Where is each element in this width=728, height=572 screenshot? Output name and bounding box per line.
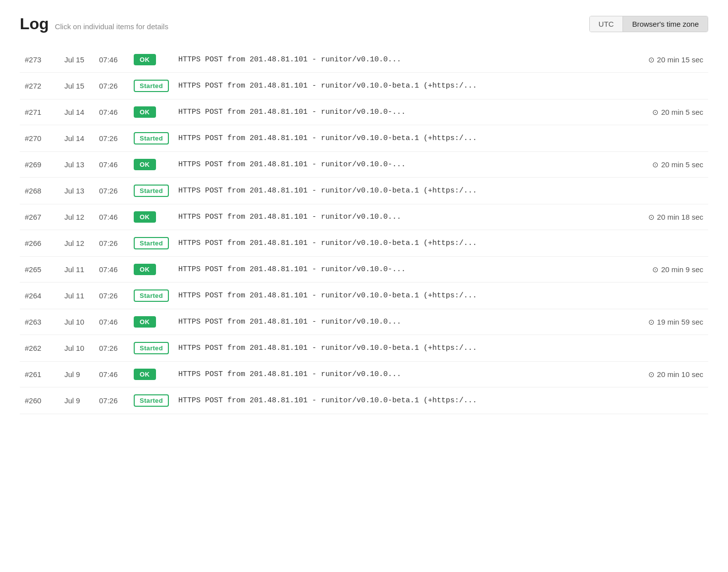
row-date: Jul 11: [64, 265, 99, 274]
row-id: #261: [25, 370, 64, 379]
table-row[interactable]: #267Jul 1207:46OKHTTPS POST from 201.48.…: [20, 204, 708, 230]
row-id: #267: [25, 213, 64, 221]
status-badge: OK: [134, 159, 156, 170]
row-id: #273: [25, 55, 64, 64]
row-time: 07:26: [99, 82, 134, 90]
table-row[interactable]: #269Jul 1307:46OKHTTPS POST from 201.48.…: [20, 152, 708, 178]
page: Log Click on individual items for detail…: [0, 0, 728, 429]
row-date: Jul 10: [64, 318, 99, 326]
row-date: Jul 15: [64, 55, 99, 64]
row-status-col: Started: [134, 185, 178, 197]
row-status-col: OK: [134, 264, 178, 275]
browser-timezone-button[interactable]: Browser's time zone: [623, 16, 708, 32]
row-time: 07:26: [99, 344, 134, 352]
row-date: Jul 13: [64, 187, 99, 195]
row-duration: ⊙20 min 5 sec: [624, 160, 703, 169]
row-date: Jul 10: [64, 344, 99, 352]
row-status-col: Started: [134, 132, 178, 144]
status-badge: OK: [134, 316, 156, 328]
table-row[interactable]: #270Jul 1407:26StartedHTTPS POST from 20…: [20, 125, 708, 152]
row-time: 07:46: [99, 55, 134, 64]
row-date: Jul 12: [64, 213, 99, 221]
row-id: #271: [25, 108, 64, 116]
duration-text: 20 min 18 sec: [657, 213, 703, 221]
status-badge: Started: [134, 289, 169, 302]
log-table: #273Jul 1507:46OKHTTPS POST from 201.48.…: [20, 47, 708, 414]
row-date: Jul 11: [64, 291, 99, 300]
row-status-col: OK: [134, 106, 178, 118]
row-date: Jul 14: [64, 134, 99, 143]
table-row[interactable]: #273Jul 1507:46OKHTTPS POST from 201.48.…: [20, 47, 708, 73]
status-badge: Started: [134, 394, 169, 407]
status-badge: OK: [134, 369, 156, 380]
status-badge: Started: [134, 132, 169, 144]
table-row[interactable]: #263Jul 1007:46OKHTTPS POST from 201.48.…: [20, 309, 708, 335]
status-badge: OK: [134, 211, 156, 223]
row-time: 07:46: [99, 213, 134, 221]
table-row[interactable]: #266Jul 1207:26StartedHTTPS POST from 20…: [20, 230, 708, 257]
row-status-col: Started: [134, 394, 178, 407]
row-time: 07:46: [99, 108, 134, 116]
status-badge: Started: [134, 185, 169, 197]
table-row[interactable]: #272Jul 1507:26StartedHTTPS POST from 20…: [20, 73, 708, 99]
row-status-col: OK: [134, 211, 178, 223]
row-time: 07:26: [99, 187, 134, 195]
clock-icon: ⊙: [648, 213, 655, 222]
table-row[interactable]: #271Jul 1407:46OKHTTPS POST from 201.48.…: [20, 99, 708, 125]
clock-icon: ⊙: [652, 265, 659, 274]
table-row[interactable]: #261Jul 907:46OKHTTPS POST from 201.48.8…: [20, 362, 708, 387]
row-id: #263: [25, 318, 64, 326]
duration-text: 20 min 15 sec: [657, 55, 703, 64]
status-badge: Started: [134, 237, 169, 249]
row-duration: ⊙19 min 59 sec: [624, 318, 703, 327]
row-description: HTTPS POST from 201.48.81.101 - runitor/…: [178, 370, 624, 379]
table-row[interactable]: #260Jul 907:26StartedHTTPS POST from 201…: [20, 387, 708, 414]
row-description: HTTPS POST from 201.48.81.101 - runitor/…: [178, 134, 624, 143]
row-time: 07:46: [99, 370, 134, 379]
row-time: 07:46: [99, 318, 134, 326]
row-time: 07:26: [99, 239, 134, 247]
row-time: 07:26: [99, 291, 134, 300]
status-badge: OK: [134, 106, 156, 118]
row-description: HTTPS POST from 201.48.81.101 - runitor/…: [178, 187, 624, 195]
row-date: Jul 12: [64, 239, 99, 247]
duration-text: 20 min 5 sec: [661, 160, 703, 169]
row-status-col: OK: [134, 316, 178, 328]
row-description: HTTPS POST from 201.48.81.101 - runitor/…: [178, 318, 624, 326]
row-duration: ⊙20 min 10 sec: [624, 370, 703, 379]
row-id: #260: [25, 396, 64, 405]
row-status-col: OK: [134, 369, 178, 380]
row-status-col: Started: [134, 289, 178, 302]
row-description: HTTPS POST from 201.48.81.101 - runitor/…: [178, 213, 624, 221]
duration-text: 19 min 59 sec: [657, 318, 703, 326]
clock-icon: ⊙: [652, 160, 659, 169]
timezone-switcher: UTC Browser's time zone: [589, 16, 708, 32]
row-status-col: OK: [134, 54, 178, 65]
row-description: HTTPS POST from 201.48.81.101 - runitor/…: [178, 396, 624, 405]
row-time: 07:46: [99, 265, 134, 274]
clock-icon: ⊙: [648, 55, 655, 64]
duration-text: 20 min 5 sec: [661, 108, 703, 116]
row-time: 07:26: [99, 134, 134, 143]
status-badge: OK: [134, 264, 156, 275]
header-left: Log Click on individual items for detail…: [20, 15, 168, 33]
row-date: Jul 14: [64, 108, 99, 116]
table-row[interactable]: #262Jul 1007:26StartedHTTPS POST from 20…: [20, 335, 708, 362]
row-description: HTTPS POST from 201.48.81.101 - runitor/…: [178, 160, 624, 169]
utc-button[interactable]: UTC: [590, 16, 624, 32]
row-time: 07:26: [99, 396, 134, 405]
row-id: #264: [25, 291, 64, 300]
row-description: HTTPS POST from 201.48.81.101 - runitor/…: [178, 82, 624, 90]
row-date: Jul 9: [64, 396, 99, 405]
row-id: #266: [25, 239, 64, 247]
row-id: #265: [25, 265, 64, 274]
table-row[interactable]: #264Jul 1107:26StartedHTTPS POST from 20…: [20, 283, 708, 309]
table-row[interactable]: #265Jul 1107:46OKHTTPS POST from 201.48.…: [20, 257, 708, 283]
header: Log Click on individual items for detail…: [20, 15, 708, 33]
row-date: Jul 13: [64, 160, 99, 169]
clock-icon: ⊙: [648, 318, 655, 327]
duration-text: 20 min 10 sec: [657, 370, 703, 379]
table-row[interactable]: #268Jul 1307:26StartedHTTPS POST from 20…: [20, 178, 708, 204]
row-status-col: Started: [134, 237, 178, 249]
page-subtitle: Click on individual items for details: [55, 22, 168, 31]
